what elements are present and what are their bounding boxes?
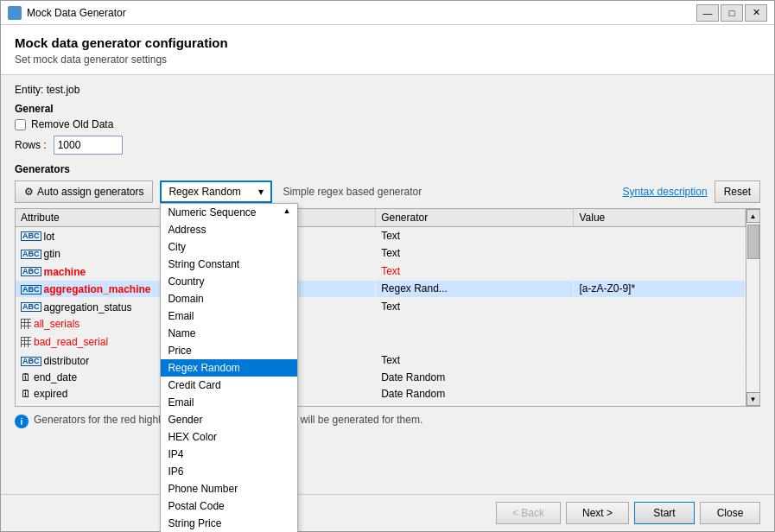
- calendar-type-icon: 🗓: [21, 371, 31, 383]
- dd-item-credit-card[interactable]: Credit Card: [161, 377, 297, 394]
- dd-item-phone-number[interactable]: Phone Number: [161, 480, 297, 497]
- reset-button[interactable]: Reset: [715, 180, 760, 203]
- auto-assign-button[interactable]: ⚙ Auto assign generators: [15, 180, 153, 203]
- dd-item-name[interactable]: Name: [161, 325, 297, 342]
- dd-item-address[interactable]: Address: [161, 221, 297, 238]
- dd-item-price[interactable]: Price: [161, 342, 297, 359]
- info-icon: i: [15, 415, 29, 428]
- cell-value: [574, 352, 746, 370]
- title-bar-controls: — □ ✕: [696, 4, 767, 22]
- back-button[interactable]: < Back: [496, 502, 561, 524]
- table-row[interactable]: ABC machine Text: [16, 263, 746, 281]
- grid-type-icon: [21, 319, 31, 329]
- close-button[interactable]: Close: [700, 502, 760, 524]
- start-button[interactable]: Start: [634, 502, 695, 524]
- dd-item-country[interactable]: Country: [161, 273, 297, 290]
- cell-value: [574, 370, 746, 386]
- abc-type-icon: ABC: [21, 267, 41, 276]
- remove-old-data-label: Remove Old Data: [31, 118, 113, 130]
- header-section: Mock data generator configuration Set mo…: [1, 25, 774, 75]
- table-row[interactable]: bad_read_serial: [16, 333, 746, 352]
- dd-item-gender[interactable]: Gender: [161, 411, 297, 428]
- rows-input[interactable]: [54, 136, 123, 155]
- remove-old-data-row: Remove Old Data: [15, 118, 760, 130]
- cell-generator: Text: [376, 227, 574, 245]
- abc-type-icon: ABC: [21, 250, 41, 259]
- cell-value: [a-zA-Z0-9]*: [574, 280, 746, 298]
- table-header-row: Attribute Generator Value: [16, 209, 746, 227]
- table-main[interactable]: Attribute Generator Value ABC lot Text A…: [16, 209, 746, 406]
- scroll-down-button[interactable]: ▼: [746, 392, 760, 406]
- dd-item-string-constant[interactable]: String Constant: [161, 256, 297, 273]
- table-row[interactable]: 🗓 end_date Date Random: [16, 370, 746, 386]
- table-row[interactable]: ABC lot Text: [16, 227, 746, 245]
- maximize-button[interactable]: □: [721, 4, 743, 22]
- dd-item-email1[interactable]: Email: [161, 307, 297, 325]
- scroll-up-button[interactable]: ▲: [746, 209, 760, 223]
- header-subtitle: Set mock data generator settings: [15, 54, 760, 66]
- app-icon: [8, 6, 22, 20]
- cell-generator: Date Random: [376, 386, 574, 402]
- dd-item-numeric-sequence[interactable]: Numeric Sequence ▲: [161, 204, 297, 221]
- generator-dropdown-menu: Numeric Sequence ▲ Address City String C…: [160, 203, 298, 532]
- dd-item-domain[interactable]: Domain: [161, 290, 297, 307]
- dropdown-arrow-icon: ▾: [258, 186, 264, 198]
- generators-label: Generators: [15, 163, 760, 175]
- rows-label: Rows :: [15, 139, 47, 151]
- entity-label: Entity:: [15, 84, 43, 96]
- dd-item-regex-random[interactable]: Regex Random: [161, 359, 297, 377]
- attributes-table: Attribute Generator Value ABC lot Text A…: [16, 209, 746, 402]
- table-row[interactable]: ABC gtin Text: [16, 244, 746, 263]
- grid-type-icon: [21, 337, 31, 347]
- table-row[interactable]: ABC aggregation_status Text: [16, 298, 746, 316]
- syntax-description-link[interactable]: Syntax description: [623, 186, 708, 198]
- table-row[interactable]: ABC distributor Text: [16, 352, 746, 370]
- general-label: General: [15, 103, 760, 115]
- cell-generator: Regex Rand...: [376, 280, 574, 298]
- cell-generator: Text: [376, 244, 574, 263]
- footer: < Back Next > Start Close: [1, 494, 774, 531]
- abc-type-icon: ABC: [21, 357, 41, 366]
- table-row[interactable]: all_serials: [16, 315, 746, 333]
- rows-row: Rows :: [15, 136, 760, 155]
- auto-assign-label: Auto assign generators: [37, 186, 143, 198]
- scroll-thumb[interactable]: [747, 225, 759, 259]
- generator-selected-label: Regex Random: [168, 186, 240, 198]
- cell-generator: Text: [376, 298, 574, 316]
- dd-item-string-price[interactable]: String Price: [161, 515, 297, 532]
- dd-item-postal-code[interactable]: Postal Code: [161, 497, 297, 515]
- main-window: Mock Data Generator — □ ✕ Mock data gene…: [0, 0, 775, 532]
- next-button[interactable]: Next >: [566, 502, 629, 524]
- remove-old-data-checkbox[interactable]: [15, 119, 26, 130]
- table-row[interactable]: ABC aggregation_machine Regex Rand... [a…: [16, 280, 746, 298]
- attributes-table-container: Attribute Generator Value ABC lot Text A…: [15, 208, 760, 407]
- abc-type-icon: ABC: [21, 231, 41, 241]
- table-row[interactable]: 🗓 expired Date Random: [16, 386, 746, 402]
- cell-generator: Text: [376, 263, 574, 281]
- generators-toolbar: ⚙ Auto assign generators Regex Random ▾ …: [15, 180, 760, 203]
- dd-item-email2[interactable]: Email: [161, 394, 297, 411]
- cell-value: [574, 386, 746, 402]
- generator-select-wrapper: Regex Random ▾ Numeric Sequence ▲ Addres…: [160, 180, 272, 203]
- cell-value: [574, 315, 746, 333]
- table-scrollbar[interactable]: ▲ ▼: [746, 209, 759, 406]
- info-row: i Generators for the red highlighted att…: [15, 414, 760, 428]
- entity-value: test.job: [47, 84, 80, 96]
- dd-item-ip6[interactable]: IP6: [161, 463, 297, 480]
- cell-generator: [376, 333, 574, 352]
- generator-description: Simple regex based generator: [283, 186, 422, 198]
- dd-item-city[interactable]: City: [161, 238, 297, 256]
- col-header-value: Value: [574, 209, 746, 227]
- auto-assign-icon: ⚙: [24, 186, 34, 198]
- cell-generator: Date Random: [376, 370, 574, 386]
- cell-value: [574, 227, 746, 245]
- header-title: Mock data generator configuration: [15, 35, 760, 50]
- close-window-button[interactable]: ✕: [745, 4, 767, 22]
- minimize-button[interactable]: —: [696, 4, 719, 22]
- window-title: Mock Data Generator: [27, 7, 126, 19]
- generator-dropdown-button[interactable]: Regex Random ▾: [160, 180, 272, 203]
- dd-item-hex-color[interactable]: HEX Color: [161, 428, 297, 446]
- col-header-generator: Generator: [376, 209, 574, 227]
- cell-value: [574, 298, 746, 316]
- dd-item-ip4[interactable]: IP4: [161, 446, 297, 463]
